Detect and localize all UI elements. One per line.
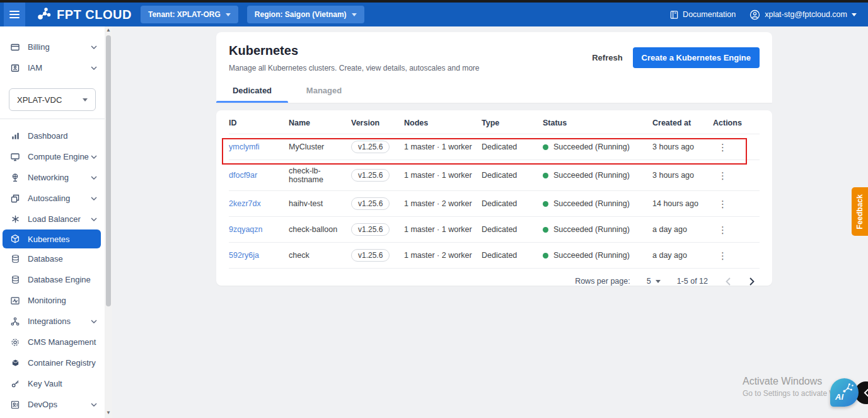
scroll-up-arrow-icon[interactable]: ▲ — [105, 26, 112, 34]
networking-icon — [10, 173, 20, 183]
page-subtitle: Manage all Kubernetes clusters. Create, … — [229, 64, 480, 73]
brand-logo[interactable]: FPT CLOUD — [37, 6, 132, 23]
vdc-selector[interactable]: XPLAT-VDC — [9, 88, 96, 111]
status-text: Succeeded (Running) — [553, 251, 630, 260]
sidebar-item-autoscaling[interactable]: Autoscaling — [0, 188, 105, 209]
container-registry-icon — [10, 358, 20, 368]
cluster-nodes: 1 master · 2 worker — [404, 191, 482, 217]
refresh-button[interactable]: Refresh — [592, 53, 622, 62]
autoscaling-icon — [10, 194, 20, 204]
clusters-table: ID Name Version Nodes Type Status Create… — [229, 110, 760, 268]
status-green-dot — [543, 227, 548, 233]
create-kubernetes-engine-button[interactable]: Create a Kubernetes Engine — [633, 47, 760, 68]
screen: FPT CLOUD Tenant: XPLAT-ORG Region: Saig… — [0, 0, 868, 418]
row-actions-kebab-button[interactable]: ⋮ — [713, 170, 732, 182]
chevron-down-icon — [91, 45, 97, 49]
cluster-name: check — [289, 243, 351, 269]
cluster-id-link[interactable]: dfocf9ar — [229, 171, 257, 180]
chevron-down-icon — [852, 13, 857, 16]
status-green-dot — [543, 201, 548, 207]
row-actions-kebab-button[interactable]: ⋮ — [713, 141, 732, 153]
main-content: Kubernetes Manage all Kubernetes cluster… — [112, 26, 868, 418]
scroll-down-arrow-icon[interactable]: ▼ — [105, 409, 112, 417]
sidebar-item-integrations[interactable]: Integrations — [0, 311, 105, 332]
sidebar-item-load-balancer[interactable]: Load Balancer — [0, 209, 105, 229]
version-chip: v1.25.6 — [351, 169, 390, 182]
devops-icon — [10, 400, 20, 410]
version-chip: v1.25.6 — [351, 249, 390, 262]
sidebar-item-billing[interactable]: Billing — [0, 37, 105, 57]
chevron-down-icon — [91, 66, 97, 70]
previous-page-button[interactable] — [724, 277, 732, 286]
chevron-down-icon — [91, 403, 97, 407]
sidebar-scrollbar-thumb[interactable] — [106, 35, 111, 306]
sidebar-item-networking[interactable]: Networking — [0, 167, 105, 188]
col-version: Version — [351, 110, 404, 134]
table-row: 2kezr7dx haihv-test v1.25.6 1 master · 2… — [229, 191, 760, 217]
status-green-dot — [543, 144, 548, 150]
cluster-id-link[interactable]: ymclymfi — [229, 142, 260, 151]
brand-name: FPT CLOUD — [57, 8, 132, 22]
table-row: 592ry6ja check v1.25.6 1 master · 2 work… — [229, 243, 760, 269]
sidebar-item-kubernetes[interactable]: Kubernetes — [3, 229, 101, 248]
sidebar-item-monitoring[interactable]: Monitoring — [0, 290, 105, 311]
sidebar-item-database-engine[interactable]: Database Engine — [0, 269, 105, 290]
cluster-id-link[interactable]: 592ry6ja — [229, 251, 259, 260]
tenant-dropdown[interactable]: Tenant: XPLAT-ORG — [141, 6, 238, 23]
sidebar-item-cms-management[interactable]: CMS Management — [0, 332, 105, 352]
tab-managed[interactable]: Managed — [288, 79, 360, 103]
chevron-right-icon — [749, 277, 755, 286]
user-account-menu[interactable]: xplat-stg@fptcloud.com — [749, 9, 857, 20]
ai-label: AI — [835, 392, 843, 402]
sidebar-item-iam[interactable]: IAM — [0, 57, 105, 78]
cluster-name: haihv-test — [289, 191, 351, 217]
cluster-nodes: 1 master · 1 worker — [404, 217, 482, 243]
sidebar-item-compute-engine[interactable]: Compute Engine — [0, 146, 105, 167]
rows-per-page-select[interactable]: 5 — [647, 277, 661, 286]
col-type: Type — [482, 110, 543, 134]
table-row: ymclymfi MyCluster v1.25.6 1 master · 1 … — [229, 134, 760, 160]
cluster-name: MyCluster — [289, 134, 351, 160]
sidebar-item-dashboard[interactable]: Dashboard — [0, 125, 105, 146]
chevron-down-icon — [656, 280, 661, 283]
next-page-button[interactable] — [748, 277, 756, 286]
hamburger-icon — [9, 10, 20, 19]
region-dropdown[interactable]: Region: Saigon (Vietnam) — [247, 6, 364, 23]
row-actions-kebab-button[interactable]: ⋮ — [713, 250, 732, 262]
monitoring-icon — [10, 296, 20, 306]
sidebar-item-key-vault[interactable]: Key Vault — [0, 373, 105, 394]
feedback-tab[interactable]: Feedback — [852, 187, 868, 236]
clusters-table-card: ID Name Version Nodes Type Status Create… — [216, 110, 772, 286]
cluster-type: Dedicated — [482, 160, 543, 191]
chevron-down-icon — [91, 218, 97, 221]
row-actions-kebab-button[interactable]: ⋮ — [713, 224, 732, 236]
sidebar-item-container-registry[interactable]: Container Registry — [0, 352, 105, 373]
molecule-logo-icon — [37, 6, 53, 23]
col-id: ID — [229, 110, 289, 134]
sidebar-scrollbar[interactable]: ▲ ▼ — [105, 26, 112, 418]
status-green-dot — [543, 253, 548, 258]
ai-assistant-bubble[interactable]: AI — [830, 378, 859, 407]
cluster-type: Dedicated — [482, 243, 543, 269]
cluster-type: Dedicated — [482, 217, 543, 243]
documentation-link[interactable]: Documentation — [669, 10, 736, 20]
compute-engine-icon — [10, 152, 20, 162]
version-chip: v1.25.6 — [351, 223, 390, 236]
sidebar: Billing IAM XPLAT-VDC Dashboard Compute … — [0, 26, 105, 418]
row-actions-kebab-button[interactable]: ⋮ — [713, 198, 732, 210]
tab-dedicated[interactable]: Dedicated — [216, 79, 288, 103]
sidebar-divider — [0, 119, 105, 119]
hamburger-menu-button[interactable] — [4, 3, 25, 26]
integrations-icon — [10, 316, 20, 327]
cluster-name: check-balloon — [289, 217, 351, 243]
status-text: Succeeded (Running) — [553, 142, 630, 151]
sidebar-item-database[interactable]: Database — [0, 248, 105, 269]
app-bar: FPT CLOUD Tenant: XPLAT-ORG Region: Saig… — [0, 3, 868, 26]
cluster-type: Dedicated — [482, 134, 543, 160]
status-text: Succeeded (Running) — [553, 199, 630, 208]
sidebar-item-devops[interactable]: DevOps — [0, 394, 105, 415]
cluster-id-link[interactable]: 9zqyaqzn — [229, 225, 263, 234]
cluster-id-link[interactable]: 2kezr7dx — [229, 199, 261, 208]
col-name: Name — [289, 110, 351, 134]
chevron-down-icon — [352, 13, 357, 16]
